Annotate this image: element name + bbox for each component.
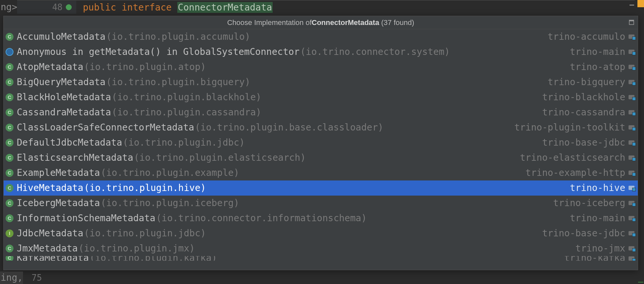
list-item[interactable]: KafkaMetadata (io.trino.plugin.kafka)tri… [4,256,638,261]
class-icon [6,139,13,147]
module-name: trino-bigquery [548,76,625,88]
anonymous-class-icon [6,48,13,56]
class-name: DefaultJdbcMetadata [17,137,122,149]
list-item[interactable]: ElasticsearchMetadata (io.trino.plugin.e… [4,150,638,165]
module-name: trino-example-http [526,167,625,179]
class-name: KafkaMetadata [17,256,89,261]
module-folder-icon [629,246,635,251]
module-name: trino-main [570,46,625,58]
module-folder-icon [629,34,635,39]
class-icon [6,33,13,41]
list-item[interactable]: DefaultJdbcMetadata (io.trino.plugin.jdb… [4,135,638,150]
popup-title-bar: Choose Implementation of ConnectorMetada… [4,16,638,29]
pin-icon[interactable] [629,19,634,25]
minimize-marker[interactable] [630,5,634,6]
package-name: (io.trino.plugin.iceberg) [101,197,239,209]
class-name: InformationSchemaMetadata [17,212,155,224]
editor-gutter[interactable]: 48 [17,1,76,14]
package-name: (io.trino.plugin.jdbc) [123,137,245,149]
class-icon [6,78,13,86]
class-name: BlackHoleMetadata [17,91,111,103]
module-folder-icon [629,201,635,206]
package-name: (io.trino.plugin.blackhole) [112,91,261,103]
class-icon [6,214,13,222]
module-folder-icon [629,80,635,85]
module-name: trino-cassandra [542,106,625,118]
class-name: JmxMetadata [17,243,78,254]
module-folder-icon [629,231,635,236]
package-name: (io.trino.plugin.example) [101,167,239,179]
class-icon [6,154,13,162]
module-name: trino-base-jdbc [542,227,625,239]
class-name: BigQueryMetadata [17,76,106,88]
class-icon [6,169,13,177]
list-item[interactable]: AtopMetadata (io.trino.plugin.atop)trino… [4,59,638,75]
bottom-line-number: 75 [32,272,42,284]
module-name: trino-accumulo [548,31,625,43]
class-icon [6,108,13,116]
list-item[interactable]: Anonymous in getMetadata() in GlobalSyst… [4,44,638,59]
class-icon [6,184,13,192]
module-name: trino-blackhole [542,91,625,103]
editor-line: ng> 48 public interface ConnectorMetadat… [0,1,644,14]
class-name: CassandraMetadata [17,106,111,118]
module-folder-icon [629,256,635,261]
module-folder-icon [629,110,635,115]
list-item[interactable]: BigQueryMetadata (io.trino.plugin.bigque… [4,75,638,90]
package-name: (io.trino.connector.system) [300,46,450,58]
list-item[interactable]: IcebergMetadata (io.trino.plugin.iceberg… [4,196,638,211]
list-item[interactable]: CassandraMetadata (io.trino.plugin.cassa… [4,105,638,120]
class-icon [6,63,13,71]
implemented-icon[interactable] [66,4,72,10]
module-folder-icon [629,155,635,160]
editor-top-separator [17,0,635,0]
module-folder-icon [629,64,635,70]
module-name: trino-atop [570,61,625,73]
list-item[interactable]: ExampleMetadata (io.trino.plugin.example… [4,165,638,180]
module-name: trino-hive [570,182,625,194]
module-name: trino-jmx [575,243,625,254]
code-text[interactable]: public interface ConnectorMetadata [76,2,644,13]
module-folder-icon [629,125,635,130]
package-name: (io.trino.plugin.bigquery) [106,76,250,88]
implementation-list[interactable]: AccumuloMetadata (io.trino.plugin.accumu… [4,29,638,270]
class-icon [6,93,13,101]
class-name: ClassLoaderSafeConnectorMetadata [17,122,194,133]
keyword-public: public [83,2,116,13]
popup-title-target: ConnectorMetadata [312,18,379,27]
class-name: JdbcMetadata [17,227,83,239]
identifier-highlight: ConnectorMetadata [177,2,273,13]
list-item[interactable]: AccumuloMetadata (io.trino.plugin.accumu… [4,29,638,44]
class-name: ExampleMetadata [17,167,100,179]
list-item[interactable]: ClassLoaderSafeConnectorMetadata (io.tri… [4,120,638,135]
list-item[interactable]: BlackHoleMetadata (io.trino.plugin.black… [4,90,638,105]
class-name: HiveMetadata [17,182,83,194]
module-name: trino-main [570,212,625,224]
package-name: (io.trino.plugin.elasticsearch) [134,152,306,164]
class-icon [6,245,13,252]
class-icon [6,124,13,131]
package-name: (io.trino.plugin.base.classloader) [195,122,383,133]
interface-icon [6,229,13,237]
module-name: trino-kafka [564,256,625,261]
list-item[interactable]: JdbcMetadata (io.trino.plugin.jdbc)trino… [4,226,638,241]
module-folder-icon [629,170,635,176]
list-item[interactable]: HiveMetadata (io.trino.plugin.hive)trino… [4,180,638,196]
line-number: 48 [52,2,62,12]
module-folder-icon [629,140,635,145]
keyword-interface: interface [122,2,172,13]
package-name: (io.trino.plugin.jdbc) [84,227,206,239]
module-folder-icon [629,185,635,191]
class-icon [6,256,13,261]
tool-window-fragment-top: ng> [0,1,17,14]
ide-window: ng> 48 public interface ConnectorMetadat… [0,0,644,284]
list-item[interactable]: InformationSchemaMetadata (io.trino.conn… [4,211,638,226]
package-name: (io.trino.plugin.hive) [84,182,206,194]
list-item[interactable]: JmxMetadata (io.trino.plugin.jmx)trino-j… [4,241,638,256]
package-name: (io.trino.plugin.atop) [84,61,206,73]
class-name: AtopMetadata [17,61,83,73]
package-name: (io.trino.plugin.cassandra) [112,106,261,118]
choose-implementation-popup: Choose Implementation of ConnectorMetada… [3,16,638,270]
module-name: trino-iceberg [553,197,625,209]
svg-rect-1 [629,20,634,21]
